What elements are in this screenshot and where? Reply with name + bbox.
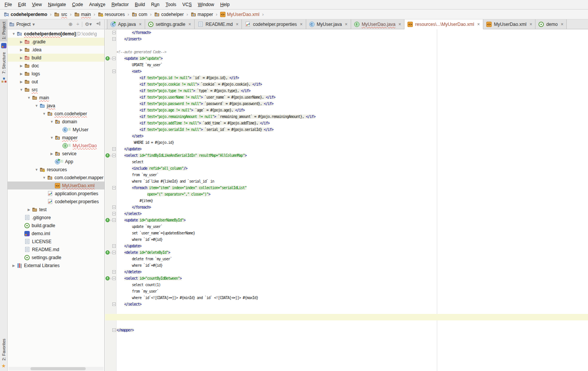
fold-marker-icon[interactable] (112, 147, 116, 151)
code-line[interactable]: </update> (105, 243, 588, 249)
tree-row[interactable]: ▼com.codehelper.mapper (8, 174, 104, 182)
tab-close-icon[interactable]: × (529, 22, 532, 27)
code-line[interactable]: <if test="pojo.type != null"> `type` = #… (105, 88, 588, 94)
fold-marker-icon[interactable] (112, 154, 116, 157)
tree-row[interactable]: ▶External Libraries (8, 261, 104, 269)
code-line[interactable]: <if test="pojo.cookie != null"> `cookie`… (105, 81, 588, 88)
breadcrumb-item-main[interactable]: main (74, 12, 92, 17)
tree-collapse-arrow-icon[interactable]: ▶ (18, 64, 24, 68)
code-line[interactable]: <set> (105, 68, 588, 75)
code-area[interactable]: </foreach> </insert> <!--auto generated … (105, 29, 588, 333)
breadcrumb-item-com[interactable]: com (131, 12, 148, 17)
hide-panel-icon[interactable] (96, 21, 101, 26)
menu-item-help[interactable]: Help (217, 0, 233, 9)
code-line[interactable]: <if test="pojo.id != null"> `id` = #{poj… (105, 75, 588, 81)
tree-expand-arrow-icon[interactable]: ▼ (18, 88, 24, 92)
code-line[interactable]: <!--auto generated Code--> (105, 49, 588, 55)
fold-marker-icon[interactable] (112, 244, 116, 248)
menu-item-vcs[interactable]: VCS (179, 0, 195, 9)
code-line[interactable]: where `id`=#{id} (105, 236, 588, 243)
editor-tab[interactable]: demo× (535, 19, 567, 29)
tab-close-icon[interactable]: × (236, 22, 238, 27)
code-line[interactable]: where `id`<![CDATA[>=]]> #{minId} and `i… (105, 295, 588, 301)
fold-marker-icon[interactable] (112, 205, 116, 209)
code-line[interactable]: </mapper> (105, 327, 588, 333)
menu-item-build[interactable]: Build (132, 0, 148, 9)
editor-tab[interactable]: MyUserDao.xml× (483, 19, 535, 29)
code-line[interactable]: <select id="findByIdLikeAndSerialIdIn" r… (105, 152, 588, 159)
tree-row[interactable]: ▶.idea (8, 46, 104, 54)
editor-tab[interactable]: codehelper.properties× (242, 19, 306, 29)
code-line[interactable]: </set> (105, 133, 588, 139)
code-line[interactable]: <update id="update"> (105, 55, 588, 62)
project-view-selector[interactable]: Project ▾ (9, 22, 67, 27)
menu-item-file[interactable]: File (2, 0, 15, 9)
fold-marker-icon[interactable] (112, 303, 116, 306)
editor-tab[interactable]: IMyUserDao.java× (351, 19, 405, 29)
toolstrip-favorites-button[interactable]: 2: Favorites (0, 336, 7, 363)
editor-area[interactable]: </foreach> </insert> <!--auto generated … (105, 29, 588, 371)
menu-item-code[interactable]: Code (69, 0, 86, 9)
code-line[interactable]: open="(" separator="," close=")"> (105, 191, 588, 197)
tree-expand-arrow-icon[interactable]: ▼ (41, 176, 47, 180)
fold-marker-icon[interactable] (112, 212, 116, 215)
tree-row[interactable]: ▼mapper (8, 134, 104, 142)
code-line[interactable]: <include refid="all_column"/> (105, 165, 588, 172)
tree-row[interactable]: C⚿MyUser (8, 126, 104, 134)
fold-marker-icon[interactable] (112, 186, 116, 189)
code-line[interactable]: where `id`=#{id} (105, 262, 588, 269)
fold-marker-icon[interactable] (112, 31, 116, 34)
code-line[interactable]: set `user_name`={updatedUserName} (105, 230, 588, 236)
settings-gear-button[interactable]: ⚙▾ (83, 22, 94, 27)
fold-marker-icon[interactable] (112, 251, 116, 254)
fold-marker-icon[interactable] (112, 277, 116, 280)
editor-tab[interactable]: README.md× (195, 19, 242, 29)
fold-marker-icon[interactable] (112, 37, 116, 41)
tree-row[interactable]: MyUserDao.xml (8, 182, 104, 189)
breadcrumb-item-src[interactable]: src (53, 12, 68, 17)
tree-expand-arrow-icon[interactable]: ▼ (11, 32, 17, 36)
tab-close-icon[interactable]: × (477, 22, 480, 27)
tree-row[interactable]: codehelper.properties (8, 197, 104, 205)
tree-row[interactable]: ▼main (8, 94, 104, 102)
code-line[interactable]: <foreach item="item" index="index" colle… (105, 185, 588, 191)
menu-item-view[interactable]: View (29, 0, 45, 9)
tree-row[interactable]: ▼domain (8, 118, 104, 126)
menu-item-edit[interactable]: Edit (15, 0, 29, 9)
editor-tab[interactable]: CMyUser.java× (306, 19, 351, 29)
tree-collapse-arrow-icon[interactable]: ▶ (26, 208, 32, 212)
code-line[interactable]: where `id`like #{likeId} and `serial_id`… (105, 178, 588, 185)
fold-marker-icon[interactable] (112, 270, 116, 274)
code-line[interactable]: <if test="pojo.age != null"> `age` = #{p… (105, 107, 588, 113)
tree-row[interactable]: application.properties (8, 189, 104, 197)
tab-close-icon[interactable]: × (139, 22, 142, 27)
tab-close-icon[interactable]: × (189, 22, 191, 27)
code-line[interactable] (105, 42, 588, 49)
locate-file-button[interactable]: ⊕ (67, 21, 75, 27)
breadcrumb-item-codehelperdemo[interactable]: codehelperdemo (3, 12, 48, 17)
code-line[interactable]: </foreach> (105, 29, 588, 36)
code-line[interactable]: <if test="pojo.addTime != null"> `add_ti… (105, 120, 588, 126)
project-tree-hscrollbar[interactable] (8, 367, 104, 371)
tree-row[interactable]: I⚿MyUserDao (8, 142, 104, 150)
menu-item-refactor[interactable]: Refactor (109, 0, 132, 9)
tree-collapse-arrow-icon[interactable]: ▶ (49, 152, 55, 156)
implemented-marker-icon[interactable] (105, 218, 110, 222)
tree-row[interactable]: ▼resources (8, 166, 104, 174)
tree-row[interactable]: ▼com.codehelper (8, 110, 104, 118)
tree-row[interactable]: .gitignore (8, 213, 104, 221)
tree-row[interactable]: ▶.gradle (8, 38, 104, 46)
implemented-marker-icon[interactable] (105, 153, 110, 158)
tree-row[interactable]: C⚿App (8, 158, 104, 166)
code-line[interactable]: </select> (105, 301, 588, 307)
fold-marker-icon[interactable] (112, 70, 116, 73)
tree-collapse-arrow-icon[interactable]: ▶ (11, 264, 17, 268)
code-line[interactable]: UPDATE `my_user` (105, 62, 588, 68)
toolstrip-structure-button[interactable]: 7: Structure (0, 50, 7, 76)
tab-close-icon[interactable]: × (398, 22, 401, 27)
tab-close-icon[interactable]: × (345, 22, 348, 27)
tree-row[interactable]: settings.gradle (8, 253, 104, 261)
code-line[interactable]: #{item} (105, 197, 588, 204)
editor-tab[interactable]: CApp.java× (107, 19, 145, 29)
editor-tab[interactable]: resources\...\MyUserDao.xml× (404, 19, 483, 29)
